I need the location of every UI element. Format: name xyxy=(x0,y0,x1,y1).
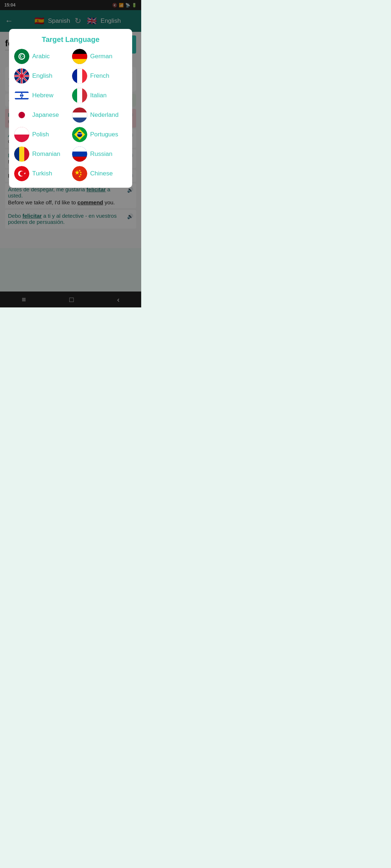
flag-romanian xyxy=(14,146,29,162)
flag-french xyxy=(72,68,87,84)
flag-arabic: ☪ xyxy=(14,49,29,64)
svg-rect-51 xyxy=(72,146,87,152)
language-grid: ☪ Arabic German xyxy=(14,49,127,181)
flag-japanese xyxy=(14,107,29,123)
lang-item-italian[interactable]: Italian xyxy=(72,88,127,103)
flag-italian xyxy=(72,88,87,103)
flag-german xyxy=(72,49,87,64)
lang-label-english: English xyxy=(32,72,52,80)
lang-label-portuguese: Portugues xyxy=(90,131,118,138)
lang-label-polish: Polish xyxy=(32,131,49,138)
svg-text:☪: ☪ xyxy=(20,54,24,59)
flag-russian xyxy=(72,146,87,162)
svg-rect-52 xyxy=(72,157,87,162)
lang-label-italian: Italian xyxy=(90,92,106,99)
lang-item-dutch[interactable]: Nederland xyxy=(72,107,127,123)
lang-label-japanese: Japanese xyxy=(32,111,59,119)
svg-rect-48 xyxy=(24,146,29,162)
svg-rect-5 xyxy=(72,54,87,59)
lang-label-chinese: Chinese xyxy=(90,170,113,177)
svg-rect-30 xyxy=(72,88,77,103)
flag-dutch xyxy=(72,107,87,123)
target-language-modal: Target Language ☪ Arabic xyxy=(9,29,132,188)
flag-hebrew xyxy=(14,88,29,103)
lang-label-dutch: Nederland xyxy=(90,111,118,119)
svg-rect-20 xyxy=(72,68,77,84)
lang-item-turkish[interactable]: Turkish xyxy=(14,166,69,181)
lang-item-arabic[interactable]: ☪ Arabic xyxy=(14,49,69,64)
flag-portuguese xyxy=(72,127,87,142)
lang-item-russian[interactable]: Russian xyxy=(72,146,127,162)
lang-label-german: German xyxy=(90,53,112,60)
svg-rect-6 xyxy=(72,59,87,64)
flag-turkish xyxy=(14,166,29,181)
lang-label-romanian: Romanian xyxy=(32,150,60,158)
lang-item-french[interactable]: French xyxy=(72,68,127,84)
flag-polish xyxy=(14,127,29,142)
lang-item-japanese[interactable]: Japanese xyxy=(14,107,69,123)
svg-point-55 xyxy=(20,171,25,176)
flag-chinese xyxy=(72,166,87,181)
svg-point-58 xyxy=(72,166,87,181)
lang-item-english[interactable]: English xyxy=(14,68,69,84)
svg-point-43 xyxy=(77,132,82,137)
lang-label-russian: Russian xyxy=(90,150,112,158)
lang-item-chinese[interactable]: Chinese xyxy=(72,166,127,181)
lang-label-french: French xyxy=(90,72,109,80)
svg-point-22 xyxy=(14,88,29,103)
lang-label-turkish: Turkish xyxy=(32,170,52,177)
lang-item-romanian[interactable]: Romanian xyxy=(14,146,69,162)
svg-rect-39 xyxy=(14,127,29,135)
lang-item-hebrew[interactable]: Hebrew xyxy=(14,88,69,103)
modal-title: Target Language xyxy=(14,35,127,44)
svg-point-32 xyxy=(18,112,25,118)
svg-rect-47 xyxy=(14,146,19,162)
lang-label-arabic: Arabic xyxy=(32,53,50,60)
lang-item-german[interactable]: German xyxy=(72,49,127,64)
flag-english xyxy=(14,68,29,84)
lang-item-polish[interactable]: Polish xyxy=(14,127,69,142)
svg-rect-36 xyxy=(72,107,87,112)
modal-overlay[interactable]: Target Language ☪ Arabic xyxy=(0,0,141,307)
lang-item-portuguese[interactable]: Portugues xyxy=(72,127,127,142)
lang-label-hebrew: Hebrew xyxy=(32,92,54,99)
